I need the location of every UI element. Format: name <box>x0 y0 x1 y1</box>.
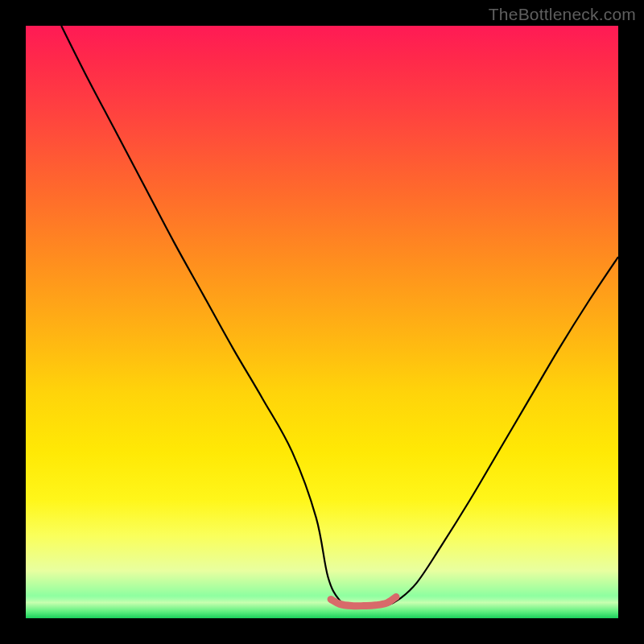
plot-area <box>26 26 618 618</box>
curve-svg <box>26 26 618 618</box>
bottleneck-curve <box>61 26 618 607</box>
watermark-text: TheBottleneck.com <box>489 5 636 24</box>
chart-frame: TheBottleneck.com <box>0 0 644 644</box>
highlight-flat-zone <box>331 597 396 606</box>
